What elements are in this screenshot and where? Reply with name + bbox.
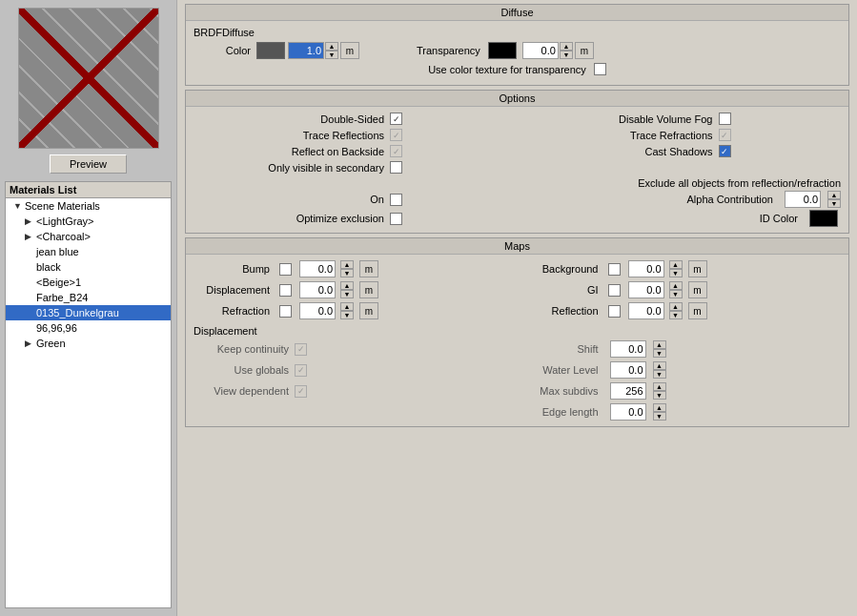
arrow-969696 — [25, 323, 34, 333]
alpha-spinner-up[interactable]: ▲ — [827, 191, 841, 199]
background-spinner[interactable]: ▲ ▼ — [669, 260, 683, 277]
right-panel: Diffuse BRDFDiffuse Color ▲ ▼ m Transpar… — [176, 0, 857, 616]
water-level-spinner[interactable]: ▲ ▼ — [653, 361, 666, 379]
gi-spinner-up[interactable]: ▲ — [669, 281, 683, 290]
reflection-spinner-up[interactable]: ▲ — [669, 302, 683, 311]
max-subdivs-spinner-down[interactable]: ▼ — [653, 391, 666, 400]
keep-continuity-checkbox[interactable] — [295, 343, 307, 356]
background-spinner-down[interactable]: ▼ — [669, 269, 683, 277]
trace-reflections-checkbox[interactable] — [390, 129, 402, 141]
transparency-label: Transparency — [417, 45, 480, 56]
optimize-exclusion-checkbox[interactable] — [390, 213, 402, 225]
bump-spinner[interactable]: ▲ ▼ — [340, 260, 354, 277]
water-level-spinner-down[interactable]: ▼ — [653, 370, 666, 379]
transparency-spinner[interactable]: ▲ ▼ — [560, 42, 573, 59]
arrow-beige1 — [25, 277, 34, 287]
reflect-on-backside-label: Reflect on Backside — [194, 146, 384, 157]
reflect-on-backside-checkbox[interactable] — [390, 145, 402, 157]
gi-spinner-down[interactable]: ▼ — [669, 290, 683, 298]
transparency-spinner-down[interactable]: ▼ — [560, 51, 573, 59]
refraction-checkbox[interactable] — [279, 305, 292, 318]
disable-volume-fog-checkbox[interactable] — [719, 113, 731, 125]
shift-spinner[interactable]: ▲ ▼ — [653, 340, 666, 358]
color-spinner[interactable]: ▲ ▼ — [325, 42, 338, 59]
tree-item-lightgray[interactable]: ▶ <LightGray> — [6, 214, 171, 229]
view-dependent-row: View dependent — [194, 382, 513, 400]
transparency-spinner-up[interactable]: ▲ — [560, 42, 573, 51]
tree-item-beige1[interactable]: <Beige>1 — [6, 275, 171, 290]
reflection-input[interactable] — [628, 302, 664, 319]
edge-length-spinner-down[interactable]: ▼ — [653, 412, 666, 421]
bump-spinner-down[interactable]: ▼ — [340, 269, 354, 277]
edge-length-spinner-up[interactable]: ▲ — [653, 403, 666, 412]
refraction-spinner[interactable]: ▲ ▼ — [340, 302, 354, 319]
tree-item-green[interactable]: ▶ Green — [6, 336, 171, 351]
tree-item-dunkelgrau[interactable]: 0135_Dunkelgrau — [6, 305, 171, 320]
trace-refractions-checkbox[interactable] — [719, 129, 731, 141]
refraction-spinner-up[interactable]: ▲ — [340, 302, 354, 311]
trace-refractions-label: Trace Refractions — [522, 130, 713, 141]
refraction-spinner-down[interactable]: ▼ — [340, 311, 354, 319]
shift-input[interactable] — [610, 340, 646, 358]
displacement-sub-title: Displacement — [194, 325, 841, 337]
arrow-jean-blue — [25, 247, 34, 257]
use-color-texture-checkbox[interactable] — [594, 63, 606, 75]
cast-shadows-checkbox[interactable] — [719, 145, 731, 157]
use-globals-label: Use globals — [194, 364, 289, 376]
bump-spinner-up[interactable]: ▲ — [340, 260, 354, 269]
alpha-spinner[interactable]: ▲ ▼ — [827, 191, 841, 208]
displacement-spinner[interactable]: ▲ ▼ — [340, 281, 354, 298]
transparency-swatch[interactable] — [488, 42, 517, 59]
max-subdivs-spinner-up[interactable]: ▲ — [653, 382, 666, 391]
shift-spinner-down[interactable]: ▼ — [653, 349, 666, 358]
water-level-spinner-up[interactable]: ▲ — [653, 361, 666, 370]
max-subdivs-input[interactable] — [610, 382, 646, 400]
tree-item-jean-blue[interactable]: jean blue — [6, 244, 171, 259]
max-subdivs-spinner[interactable]: ▲ ▼ — [653, 382, 666, 400]
reflection-checkbox[interactable] — [608, 305, 621, 318]
transparency-value-input[interactable] — [522, 42, 559, 59]
displacement-row: Displacement ▲ ▼ m — [194, 281, 513, 298]
background-checkbox[interactable] — [608, 263, 621, 276]
id-color-swatch[interactable] — [809, 210, 838, 227]
color-value-input[interactable] — [288, 42, 324, 59]
background-input[interactable] — [628, 260, 664, 277]
double-sided-row: Double-Sided — [194, 113, 513, 125]
edge-length-input[interactable] — [610, 403, 646, 421]
color-spinner-up[interactable]: ▲ — [325, 42, 338, 51]
preview-button[interactable]: Preview — [50, 154, 127, 174]
color-spinner-down[interactable]: ▼ — [325, 51, 338, 59]
double-sided-checkbox[interactable] — [390, 113, 402, 125]
bump-input[interactable] — [299, 260, 336, 277]
water-level-input[interactable] — [610, 361, 646, 379]
scene-materials-root[interactable]: ▼ Scene Materials — [6, 198, 171, 214]
reflection-spinner-down[interactable]: ▼ — [669, 311, 683, 319]
displacement-spinner-up[interactable]: ▲ — [340, 281, 354, 290]
displacement-input[interactable] — [299, 281, 336, 298]
refraction-input[interactable] — [299, 302, 336, 319]
color-unit: m — [340, 42, 359, 59]
background-spinner-up[interactable]: ▲ — [669, 260, 683, 269]
only-visible-secondary-checkbox[interactable] — [390, 161, 402, 174]
tree-item-969696[interactable]: 96,96,96 — [6, 320, 171, 336]
alpha-contribution-input[interactable] — [785, 191, 821, 208]
gi-checkbox[interactable] — [608, 284, 621, 297]
color-swatch[interactable] — [256, 42, 285, 59]
alpha-spinner-down[interactable]: ▼ — [827, 199, 841, 208]
displacement-checkbox[interactable] — [279, 284, 292, 297]
view-dependent-checkbox[interactable] — [295, 385, 307, 398]
options-section-body: Double-Sided Disable Volume Fog Trace Re… — [186, 107, 848, 233]
bump-checkbox[interactable] — [279, 263, 292, 276]
shift-label: Shift — [522, 343, 599, 355]
reflection-spinner[interactable]: ▲ ▼ — [669, 302, 683, 319]
gi-input[interactable] — [628, 281, 664, 298]
tree-item-black[interactable]: black — [6, 259, 171, 275]
tree-item-farbe-b24[interactable]: Farbe_B24 — [6, 290, 171, 305]
gi-spinner[interactable]: ▲ ▼ — [669, 281, 683, 298]
shift-spinner-up[interactable]: ▲ — [653, 340, 666, 349]
on-checkbox[interactable] — [390, 194, 402, 206]
tree-item-charcoal[interactable]: ▶ <Charcoal> — [6, 229, 171, 244]
edge-length-spinner[interactable]: ▲ ▼ — [653, 403, 666, 421]
displacement-spinner-down[interactable]: ▼ — [340, 290, 354, 298]
use-globals-checkbox[interactable] — [295, 364, 307, 377]
